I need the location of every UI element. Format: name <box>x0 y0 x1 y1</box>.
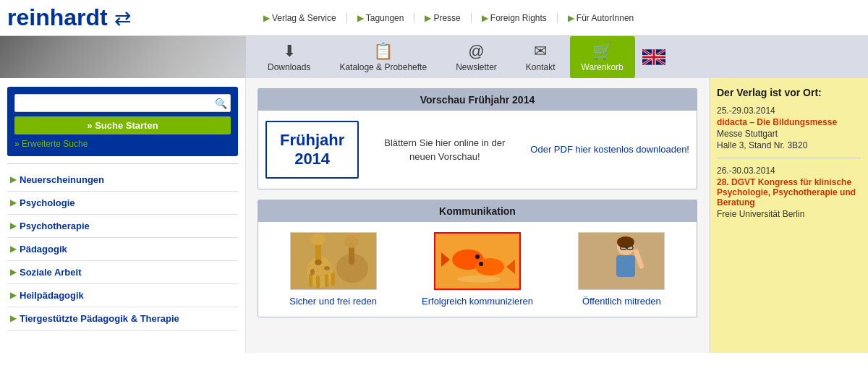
svg-point-9 <box>315 260 322 265</box>
logo-area: reinhardt ⇄ <box>7 4 253 31</box>
svg-point-19 <box>475 258 504 275</box>
sidebar-item-heilpaedagogik[interactable]: ▶ Heilpädagogik <box>7 284 238 307</box>
promo-text-left: Blättern Sie hier online in der neuen Vo… <box>370 136 519 164</box>
search-input[interactable] <box>18 96 215 110</box>
promo-box: Vorschau Frühjahr 2014 Frühjahr 2014 Blä… <box>258 88 697 189</box>
mail-icon: ✉ <box>534 42 547 61</box>
arrow-icon: ▶ <box>10 198 16 208</box>
logo-text[interactable]: reinhardt <box>7 4 108 31</box>
main-layout: 🔍 » Suche Starten » Erweiterte Suche ▶ N… <box>0 78 868 353</box>
top-bar: reinhardt ⇄ ▶Verlag & Service ▶Tagungen … <box>0 0 868 36</box>
arrow-icon: ▶ <box>10 268 16 277</box>
search-input-wrap: 🔍 <box>14 94 231 112</box>
sidebar-item-neuerscheinungen[interactable]: ▶ Neuerscheinungen <box>7 168 238 192</box>
main-content: Vorschau Frühjahr 2014 Frühjahr 2014 Blä… <box>246 78 709 353</box>
kommunikation-body: Sicher und frei reden <box>258 222 697 317</box>
search-start-button[interactable]: » Suche Starten <box>14 116 231 134</box>
komm-label-2[interactable]: Erfolgreich kommunizieren <box>422 296 533 307</box>
svg-point-22 <box>457 275 501 283</box>
arrow-icon: ▶ <box>10 175 16 184</box>
nav-foreign-rights[interactable]: ▶Foreign Rights <box>471 13 557 23</box>
nav-kontakt[interactable]: ✉ Kontakt <box>511 36 570 78</box>
nav-warenkorb[interactable]: 🛒 Warenkorb <box>570 36 635 78</box>
arrow-icon: ▶ <box>10 244 16 254</box>
promo-box-header: Vorschau Frühjahr 2014 <box>258 89 697 111</box>
right-sidebar: Der Verlag ist vor Ort: 25.-29.03.2014 d… <box>709 78 868 353</box>
komm-label-1[interactable]: Sicher und frei reden <box>289 296 377 307</box>
kommunikation-box: Kommunikation <box>258 200 697 317</box>
nav-kataloge[interactable]: 📋 Kataloge & Probehefte <box>325 36 441 78</box>
svg-rect-8 <box>331 273 335 286</box>
svg-rect-7 <box>325 274 328 287</box>
sidebar-item-soziale-arbeit[interactable]: ▶ Soziale Arbeit <box>7 261 238 284</box>
cart-icon: 🛒 <box>592 42 612 61</box>
promo-text-right[interactable]: Oder PDF hier kostenlos downloaden! <box>530 142 689 157</box>
svg-point-4 <box>311 234 326 245</box>
giraffe-image <box>290 232 377 290</box>
woman-image <box>578 232 665 290</box>
nav-downloads[interactable]: ⬇ Downloads <box>253 36 325 78</box>
search-icon[interactable]: 🔍 <box>215 98 227 109</box>
svg-point-10 <box>324 266 330 270</box>
download-icon: ⬇ <box>283 42 296 61</box>
sidebar-item-tierstuetzte[interactable]: ▶ Tiergestützte Pädagogik & Therapie <box>7 307 238 330</box>
arrow-icon: ▶ <box>10 221 16 231</box>
secondary-nav: ⬇ Downloads 📋 Kataloge & Probehefte @ Ne… <box>0 36 868 78</box>
at-icon: @ <box>468 42 484 61</box>
event-1-detail: Halle 3, Stand Nr. 3B20 <box>717 140 861 150</box>
icon-nav: ⬇ Downloads 📋 Kataloge & Probehefte @ Ne… <box>246 36 868 78</box>
header-image <box>0 36 246 78</box>
event-2-location: Freie Universität Berlin <box>717 209 861 219</box>
search-box: 🔍 » Suche Starten » Erweiterte Suche <box>7 87 238 156</box>
nav-presse[interactable]: ▶Presse <box>414 13 470 23</box>
nav-autoren[interactable]: ▶Für AutorInnen <box>557 13 644 23</box>
event-1-title[interactable]: didacta – Die Bildungsmesse <box>717 117 861 127</box>
book-icon: 📋 <box>373 42 393 61</box>
language-flag[interactable] <box>642 49 665 65</box>
right-sidebar-title: Der Verlag ist vor Ort: <box>717 87 861 98</box>
arrow-icon: ▶ <box>10 314 16 323</box>
sidebar: 🔍 » Suche Starten » Erweiterte Suche ▶ N… <box>0 78 246 353</box>
svg-point-18 <box>475 255 480 259</box>
svg-point-11 <box>310 269 315 275</box>
advanced-search-link[interactable]: » Erweiterte Suche <box>14 139 231 149</box>
promo-box-body: Frühjahr 2014 Blättern Sie hier online i… <box>258 111 697 189</box>
svg-point-14 <box>344 236 359 248</box>
komm-item-3: Öffentlich mitreden <box>554 232 689 307</box>
svg-rect-6 <box>316 275 320 289</box>
event-2-date: 26.-30.03.2014 <box>717 166 861 176</box>
sidebar-item-psychologie[interactable]: ▶ Psychologie <box>7 192 238 215</box>
fish-image <box>434 232 521 290</box>
nav-verlag[interactable]: ▶Verlag & Service <box>253 13 346 23</box>
komm-item-1: Sicher und frei reden <box>265 232 401 307</box>
komm-label-3[interactable]: Öffentlich mitreden <box>582 296 661 307</box>
event-1-date: 25.-29.03.2014 <box>717 106 861 116</box>
sidebar-item-paedagogik[interactable]: ▶ Pädagogik <box>7 238 238 261</box>
svg-point-21 <box>479 262 483 266</box>
logo-icon: ⇄ <box>114 7 131 30</box>
svg-rect-26 <box>616 255 635 277</box>
event-divider <box>717 158 861 158</box>
arrow-icon: ▶ <box>10 291 16 300</box>
svg-rect-5 <box>309 274 312 287</box>
nav-newsletter[interactable]: @ Newsletter <box>441 36 511 78</box>
fruehjahr-box[interactable]: Frühjahr 2014 <box>265 121 359 179</box>
kommunikation-header: Kommunikation <box>258 200 697 222</box>
komm-item-2: Erfolgreich kommunizieren <box>409 232 545 307</box>
event-1-location: Messe Stuttgart <box>717 129 861 139</box>
nav-tagungen[interactable]: ▶Tagungen <box>346 13 414 23</box>
sidebar-item-psychotherapie[interactable]: ▶ Psychotherapie <box>7 215 238 238</box>
top-nav: ▶Verlag & Service ▶Tagungen ▶Presse ▶For… <box>253 13 644 23</box>
event-2-title[interactable]: 28. DGVT Kongress für klinische Psycholo… <box>717 177 861 208</box>
